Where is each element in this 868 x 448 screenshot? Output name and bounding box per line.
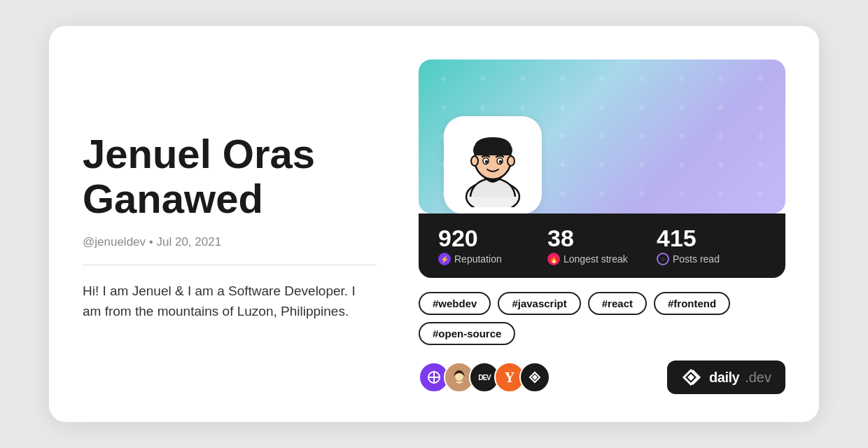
tag-frontend[interactable]: #frontend [654, 292, 730, 315]
posts-read-icon: ○ [657, 253, 669, 265]
reputation-label: ⚡ Reputation [438, 253, 547, 265]
tag-webdev[interactable]: #webdev [419, 292, 491, 315]
user-joined: Jul 20, 2021 [156, 235, 221, 248]
posts-read-label: ○ Posts read [657, 253, 766, 265]
svg-point-4 [507, 156, 514, 166]
stat-streak: 38 🔥 Longest streak [547, 226, 657, 265]
brand-name: daily [709, 370, 739, 386]
tags-section: #webdev #javascript #react #frontend #op… [419, 292, 785, 345]
source-icon-daily[interactable] [519, 362, 550, 393]
user-handle: @jenueldev [83, 235, 146, 248]
streak-icon: 🔥 [547, 253, 560, 265]
brand-suffix: .dev [745, 370, 771, 386]
posts-read-value: 415 [657, 226, 766, 250]
profile-card: Jenuel Oras Ganawed @jenueldev • Jul 20,… [49, 26, 819, 422]
tag-open-source[interactable]: #open-source [419, 322, 515, 345]
meta-separator: • [149, 235, 157, 248]
brand-logo-icon [681, 368, 704, 387]
source-icons: DEV Y [419, 362, 550, 393]
reputation-label-text: Reputation [454, 253, 502, 265]
stat-reputation: 920 ⚡ Reputation [438, 226, 547, 265]
streak-value: 38 [547, 226, 657, 250]
svg-point-8 [499, 160, 502, 163]
divider [83, 265, 377, 265]
user-name: Jenuel Oras Ganawed [83, 132, 377, 221]
svg-point-3 [471, 156, 478, 166]
posts-read-label-text: Posts read [673, 253, 720, 265]
bottom-row: DEV Y daily .dev [419, 360, 785, 394]
tag-javascript[interactable]: #javascript [498, 292, 580, 315]
profile-header: ✦✦✦✦✦✦✦✦✦ ✦✦✦✦✦✦✦✦✦ ✦✦✦✦✦✦✦✦✦ ✦✦✦✦✦✦✦✦✦ … [419, 59, 785, 214]
brand-badge: daily .dev [667, 360, 785, 394]
reputation-icon: ⚡ [438, 253, 451, 265]
right-panel: ✦✦✦✦✦✦✦✦✦ ✦✦✦✦✦✦✦✦✦ ✦✦✦✦✦✦✦✦✦ ✦✦✦✦✦✦✦✦✦ … [419, 59, 785, 394]
streak-label-text: Longest streak [564, 253, 628, 265]
streak-label: 🔥 Longest streak [547, 253, 657, 265]
stats-bar: 920 ⚡ Reputation 38 🔥 Longest streak 415… [419, 214, 785, 278]
svg-point-7 [485, 160, 488, 163]
user-meta: @jenueldev • Jul 20, 2021 [83, 235, 377, 249]
left-panel: Jenuel Oras Ganawed @jenueldev • Jul 20,… [83, 59, 377, 394]
avatar [444, 116, 542, 214]
reputation-value: 920 [438, 226, 547, 250]
user-bio: Hi! I am Jenuel & I am a Software Develo… [83, 281, 377, 322]
tag-react[interactable]: #react [588, 292, 647, 315]
stat-posts-read: 415 ○ Posts read [657, 226, 766, 265]
